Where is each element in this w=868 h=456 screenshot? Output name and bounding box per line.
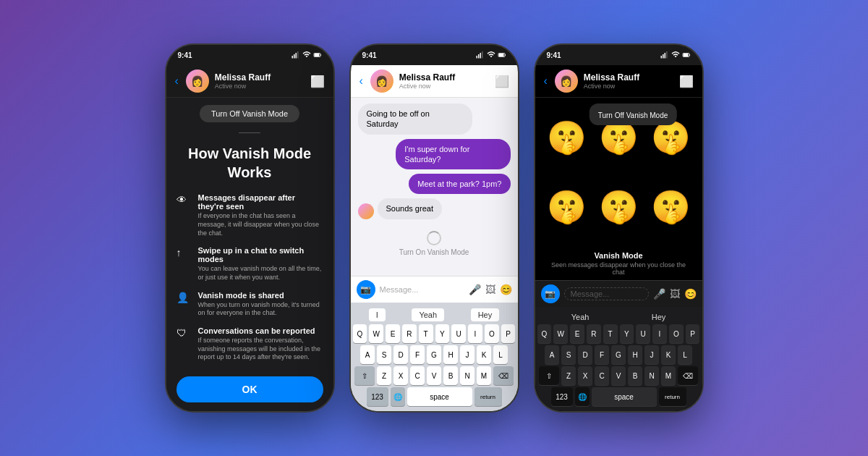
key-l[interactable]: L	[493, 345, 508, 364]
key-shift[interactable]: ⇧	[354, 366, 375, 385]
battery-icon-3	[682, 51, 691, 59]
mic-icon-3[interactable]: 🎤	[653, 288, 665, 300]
key-u[interactable]: U	[451, 324, 466, 343]
dark-key-z[interactable]: Z	[561, 366, 576, 385]
photo-icon-2[interactable]: 🖼	[485, 284, 495, 295]
dark-key-return[interactable]: return	[659, 387, 686, 406]
suggestion-yeah[interactable]: Yeah	[412, 308, 444, 321]
dark-key-s[interactable]: S	[561, 345, 576, 364]
message-input-3[interactable]: Message...	[564, 287, 649, 300]
key-m[interactable]: M	[477, 366, 491, 385]
video-call-icon-2[interactable]: ⬜	[495, 75, 509, 88]
photo-icon-3[interactable]: 🖼	[670, 288, 680, 300]
video-call-icon-3[interactable]: ⬜	[679, 75, 694, 88]
back-button-2[interactable]: ‹	[359, 75, 363, 88]
dark-key-e[interactable]: E	[570, 324, 584, 343]
mic-icon-2[interactable]: 🎤	[469, 284, 481, 295]
key-q[interactable]: Q	[353, 324, 367, 343]
dark-key-j[interactable]: J	[644, 345, 659, 364]
key-o[interactable]: O	[485, 324, 499, 343]
dark-key-d[interactable]: D	[578, 345, 592, 364]
dark-key-b[interactable]: B	[628, 366, 642, 385]
dark-key-a[interactable]: A	[545, 345, 559, 364]
key-v[interactable]: V	[427, 366, 441, 385]
video-call-icon-1[interactable]: ⬜	[310, 75, 325, 88]
dark-suggestion-yeah[interactable]: Yeah	[571, 313, 590, 321]
dark-key-m[interactable]: M	[661, 366, 676, 385]
key-c[interactable]: C	[410, 366, 425, 385]
header-info-1: Melissa Rauff Active now	[215, 72, 305, 90]
key-i[interactable]: I	[468, 324, 482, 343]
header-info-2: Melissa Rauff Active now	[399, 72, 489, 90]
dark-key-123[interactable]: 123	[551, 387, 573, 406]
key-h[interactable]: H	[443, 345, 458, 364]
dark-key-o[interactable]: O	[669, 324, 684, 343]
key-a[interactable]: A	[360, 345, 375, 364]
key-return[interactable]: return	[475, 387, 502, 406]
key-p[interactable]: P	[501, 324, 516, 343]
phone-notch-1	[228, 45, 271, 56]
key-b[interactable]: B	[443, 366, 458, 385]
dark-key-f[interactable]: F	[595, 345, 609, 364]
vanish-mode-overlay[interactable]: Turn Off Vanish Mode	[590, 104, 677, 125]
key-d[interactable]: D	[393, 345, 408, 364]
key-j[interactable]: J	[460, 345, 475, 364]
key-123[interactable]: 123	[367, 387, 388, 406]
key-s[interactable]: S	[377, 345, 391, 364]
camera-btn-2[interactable]: 📷	[357, 280, 375, 299]
turn-off-vanish-btn-3[interactable]: Turn Off Vanish Mode	[598, 111, 668, 119]
dark-key-h[interactable]: H	[628, 345, 642, 364]
key-t[interactable]: T	[419, 324, 433, 343]
keyboard-row-1: QWERTYUIOP	[353, 324, 516, 343]
key-space[interactable]: space	[407, 387, 472, 406]
status-time-1: 9:41	[178, 51, 192, 59]
emoji-icon-2[interactable]: 😊	[500, 284, 512, 295]
dark-key-i[interactable]: I	[652, 324, 667, 343]
dark-key-v[interactable]: V	[611, 366, 626, 385]
dark-key-l[interactable]: L	[678, 345, 692, 364]
dark-key-globe[interactable]: 🌐	[575, 387, 590, 406]
key-n[interactable]: N	[460, 366, 475, 385]
key-z[interactable]: Z	[377, 366, 391, 385]
dark-key-p[interactable]: P	[686, 324, 700, 343]
dark-key-r[interactable]: R	[587, 324, 601, 343]
dark-key-k[interactable]: K	[661, 345, 676, 364]
key-e[interactable]: E	[386, 324, 400, 343]
key-y[interactable]: Y	[435, 324, 450, 343]
dark-key-g[interactable]: G	[611, 345, 626, 364]
dark-key-c[interactable]: C	[595, 366, 609, 385]
camera-btn-3[interactable]: 📷	[541, 284, 560, 303]
dark-key-q[interactable]: Q	[537, 324, 552, 343]
svg-rect-0	[292, 56, 293, 59]
dark-key-space[interactable]: space	[592, 387, 657, 406]
turn-off-vanish-btn-1[interactable]: Turn Off Vanish Mode	[200, 105, 299, 122]
dark-key-t[interactable]: T	[603, 324, 618, 343]
keyboard-row-2: ASDFGHJKL	[353, 345, 516, 364]
emoji-icon-3[interactable]: 😊	[684, 288, 697, 300]
key-r[interactable]: R	[402, 324, 417, 343]
dark-key-w[interactable]: W	[553, 324, 568, 343]
key-g[interactable]: G	[427, 345, 441, 364]
dark-key-u[interactable]: U	[636, 324, 650, 343]
ok-button[interactable]: OK	[176, 376, 323, 402]
dark-suggestion-hey[interactable]: Hey	[652, 313, 666, 321]
key-f[interactable]: F	[410, 345, 425, 364]
key-k[interactable]: K	[477, 345, 491, 364]
suggestion-i[interactable]: I	[369, 308, 386, 321]
back-button-3[interactable]: ‹	[544, 75, 548, 88]
key-w[interactable]: W	[369, 324, 383, 343]
input-bar-3[interactable]: 📷 Message... 🎤 🖼 😊	[535, 280, 702, 307]
dark-key-shift[interactable]: ⇧	[539, 366, 559, 385]
key-globe[interactable]: 🌐	[391, 387, 405, 406]
phones-container: 9:41 ‹ 👩 Melissa Rauff Active now ⬜ Turn…	[150, 0, 718, 456]
dark-key-n[interactable]: N	[644, 366, 659, 385]
key-delete[interactable]: ⌫	[493, 366, 514, 385]
dark-key-x[interactable]: X	[578, 366, 592, 385]
dark-key-y[interactable]: Y	[620, 324, 634, 343]
dark-key-delete[interactable]: ⌫	[678, 366, 698, 385]
back-button-1[interactable]: ‹	[175, 75, 179, 88]
message-input-2[interactable]: Message...	[380, 285, 464, 294]
suggestion-hey[interactable]: Hey	[471, 308, 500, 321]
input-bar-2[interactable]: 📷 Message... 🎤 🖼 😊	[351, 276, 518, 303]
key-x[interactable]: X	[393, 366, 408, 385]
